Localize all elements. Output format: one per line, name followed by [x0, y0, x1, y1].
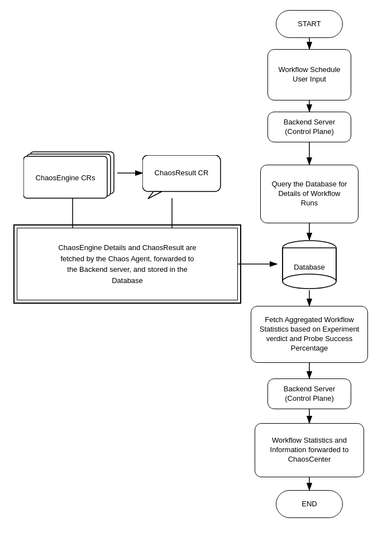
chaosengine-node: ChaosEngine CRs	[23, 150, 118, 198]
svg-text:ChaosEngine CRs: ChaosEngine CRs	[36, 174, 95, 182]
start-node: START	[276, 10, 343, 38]
chaos-details-node: ChaosEngine Details and ChaosResult aref…	[17, 228, 238, 300]
svg-text:ChaosResult CR: ChaosResult CR	[155, 169, 209, 177]
chaosresult-node: ChaosResult CR	[142, 155, 221, 191]
workflow-input-node: Workflow ScheduleUser Input	[267, 49, 351, 100]
svg-marker-26	[148, 191, 162, 199]
backend-server-1-node: Backend Server(Control Plane)	[267, 112, 351, 142]
diagram-container: START Workflow ScheduleUser Input Backen…	[0, 0, 392, 537]
